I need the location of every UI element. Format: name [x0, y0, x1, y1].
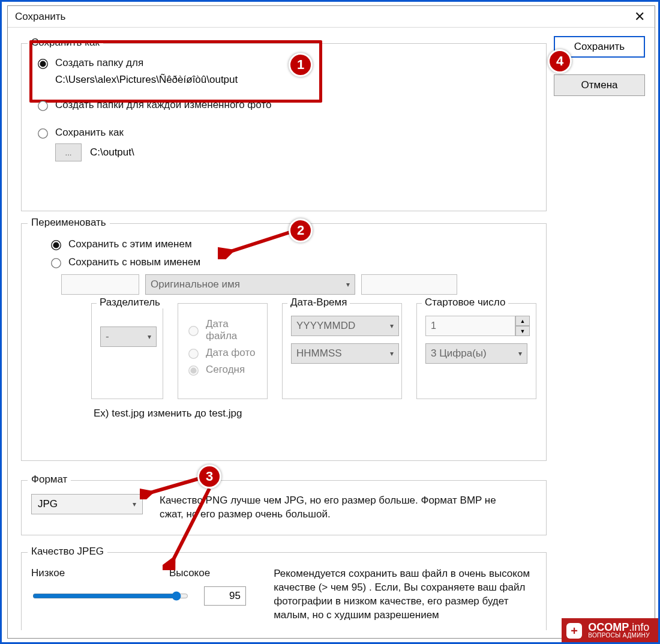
- watermark: + OCOMP.info ВОПРОСЫ АДМИНУ: [562, 618, 658, 642]
- name-mode-value: Оригинальное имя: [151, 278, 240, 290]
- time-format-combo[interactable]: HHMMSS ▾: [291, 343, 399, 364]
- rename-group: Переименовать Сохранить с этим именем Со…: [21, 223, 547, 461]
- rename-sub-groups: Разделитель - ▾ Дата файла Дата: [91, 303, 536, 399]
- dialog-window: Сохранить ✕ Сохранить Отмена Сохранить к…: [7, 5, 655, 639]
- date-source-group: Дата файла Дата фото Сегодня: [178, 303, 268, 399]
- quality-high-label: Высокое: [169, 567, 258, 579]
- rename-opt1-label: Сохранить с этим именем: [68, 238, 192, 250]
- datetime-legend: Дата-Время: [287, 296, 350, 308]
- custom-path-row: ... C:\output\: [55, 143, 536, 161]
- format-legend: Формат: [28, 474, 71, 486]
- annotation-badge-1: 1: [289, 53, 313, 77]
- quality-low-label: Низкое: [31, 567, 65, 579]
- radio-new-name[interactable]: [51, 258, 61, 268]
- chevron-down-icon: ▾: [133, 500, 136, 508]
- window-title: Сохранить: [15, 11, 65, 23]
- rename-inputs-row: Оригинальное имя ▾: [61, 274, 536, 295]
- annotation-badge-3: 3: [197, 465, 221, 489]
- name-mode-combo[interactable]: Оригинальное имя ▾: [145, 274, 355, 295]
- saveas-opt-per-photo[interactable]: Создать папки для каждой измененного фот…: [36, 99, 536, 111]
- radio-date-photo[interactable]: [188, 349, 199, 359]
- radio-custom-path[interactable]: [38, 128, 48, 139]
- format-group: Формат JPG ▾ Качество PNG лучше чем JPG,…: [21, 480, 547, 535]
- save-as-legend: Сохранить как: [28, 37, 103, 49]
- watermark-brand: OCOMP.info: [588, 622, 650, 633]
- saveas-opt1-label: Создать папку для: [55, 57, 143, 69]
- watermark-sub: ВОПРОСЫ АДМИНУ: [588, 633, 650, 639]
- spin-down-button[interactable]: ▼: [515, 326, 530, 336]
- saveas-opt2-label: Создать папки для каждой измененного фот…: [55, 99, 271, 111]
- suffix-input[interactable]: [361, 274, 457, 295]
- date-format-combo[interactable]: YYYYMMDD ▾: [291, 316, 399, 336]
- chevron-down-icon: ▾: [390, 322, 394, 330]
- format-combo[interactable]: JPG ▾: [31, 494, 143, 514]
- separator-legend: Разделитель: [97, 296, 163, 308]
- highlight-rect-1: [29, 40, 322, 103]
- digits-value: 3 Цифра(ы): [431, 348, 487, 360]
- rename-opt2-label: Сохранить с новым именем: [68, 256, 200, 268]
- radio-per-photo[interactable]: [38, 101, 48, 111]
- annotation-badge-2: 2: [289, 218, 313, 242]
- separator-combo[interactable]: - ▾: [100, 327, 157, 347]
- separator-group: Разделитель - ▾: [91, 303, 163, 399]
- annotation-badge-4: 4: [548, 49, 572, 73]
- save-as-group: Сохранить как Создать папку для C:\Users…: [21, 43, 547, 211]
- digits-combo[interactable]: 3 Цифра(ы) ▾: [425, 343, 527, 364]
- prefix-input[interactable]: [61, 274, 139, 295]
- chevron-down-icon: ▾: [390, 349, 394, 358]
- quality-slider[interactable]: [32, 591, 188, 601]
- separator-value: -: [106, 331, 109, 343]
- date-file-option[interactable]: Дата файла: [187, 318, 259, 342]
- radio-date-today[interactable]: [188, 366, 199, 376]
- quality-slider-area: Низкое Высокое: [31, 567, 258, 622]
- date-photo-label: Дата фото: [206, 347, 256, 359]
- date-file-label: Дата файла: [206, 318, 259, 342]
- format-note: Качество PNG лучше чем JPG, но его разме…: [160, 494, 520, 522]
- plus-icon: +: [566, 623, 582, 639]
- format-value: JPG: [38, 498, 58, 510]
- jpeg-note: Рекомендуется сохранить ваш файл в очень…: [274, 567, 536, 622]
- jpeg-quality-group: Качество JPEG Низкое Высокое Рекомендует…: [21, 552, 547, 630]
- start-number-group: Стартовое число ▲ ▼ 3 Цифра(ы) ▾: [416, 303, 536, 399]
- start-number-spinner: ▲ ▼: [425, 316, 527, 336]
- chevron-down-icon: ▾: [518, 349, 522, 358]
- time-format-value: HHMMSS: [296, 348, 342, 360]
- rename-example: Ex) test.jpg изменить до test.jpg: [94, 408, 536, 420]
- radio-date-file[interactable]: [188, 326, 199, 336]
- date-today-label: Сегодня: [206, 364, 245, 376]
- rename-legend: Переименовать: [28, 217, 110, 229]
- date-photo-option[interactable]: Дата фото: [187, 347, 259, 359]
- date-format-value: YYYYMMDD: [296, 320, 355, 332]
- browse-button[interactable]: ...: [55, 143, 82, 161]
- custom-path-text: C:\output\: [90, 146, 134, 158]
- saveas-opt-custom-path[interactable]: Сохранить как: [36, 127, 536, 139]
- chevron-down-icon: ▾: [148, 333, 151, 341]
- date-today-option[interactable]: Сегодня: [187, 364, 259, 376]
- close-icon[interactable]: ✕: [632, 9, 647, 25]
- rename-opt-new-name[interactable]: Сохранить с новым именем: [49, 256, 536, 268]
- radio-create-folder[interactable]: [38, 59, 48, 69]
- spin-up-button[interactable]: ▲: [515, 316, 530, 326]
- saveas-opt-create-folder[interactable]: Создать папку для: [36, 57, 536, 69]
- start-number-legend: Стартовое число: [422, 296, 508, 308]
- start-number-input[interactable]: [425, 316, 515, 336]
- titlebar: Сохранить ✕: [8, 6, 655, 28]
- radio-keep-name[interactable]: [51, 240, 61, 250]
- jpeg-legend: Качество JPEG: [28, 546, 107, 558]
- chevron-down-icon: ▾: [346, 280, 350, 289]
- quality-value-input[interactable]: [204, 586, 246, 606]
- datetime-group: Дата-Время YYYYMMDD ▾ HHMMSS ▾: [282, 303, 402, 399]
- cancel-button[interactable]: Отмена: [554, 74, 645, 96]
- outer-frame: Сохранить ✕ Сохранить Отмена Сохранить к…: [0, 0, 660, 644]
- saveas-opt3-label: Сохранить как: [55, 127, 124, 139]
